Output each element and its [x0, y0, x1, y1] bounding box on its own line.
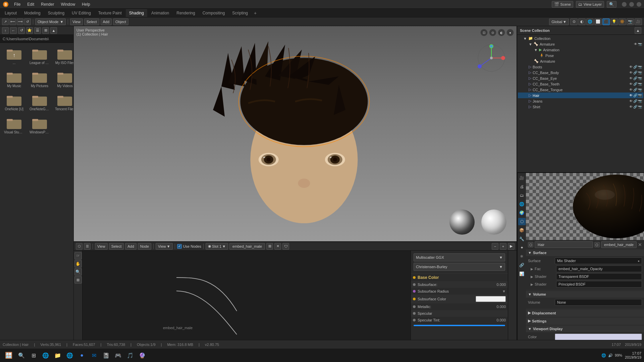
tab-modeling[interactable]: Modeling: [21, 9, 44, 17]
outliner-filter-button[interactable]: ▲: [635, 27, 641, 34]
fb-item-league[interactable]: League of Leg.: [28, 46, 51, 66]
fb-item-up[interactable]: ↑ ...: [3, 46, 25, 66]
hdri-sphere[interactable]: [449, 209, 475, 235]
fb-item-pictures[interactable]: My Pictures: [28, 69, 51, 89]
render-icon[interactable]: 📷: [627, 18, 634, 25]
node-node-button[interactable]: Node: [138, 243, 151, 250]
props-constraints-icon[interactable]: 🔗: [518, 261, 526, 269]
fb-item-videos[interactable]: My Videos: [54, 69, 73, 89]
slot-selector[interactable]: ◉ Slot 1 ▼: [206, 243, 228, 250]
close-button[interactable]: [637, 2, 641, 7]
object-mode-selector[interactable]: Object Mode ▼: [35, 18, 66, 25]
menu-render[interactable]: Render: [40, 1, 55, 7]
tab-compositing[interactable]: Compositing: [199, 9, 228, 17]
toolbar-icon-1[interactable]: ↗: [2, 18, 9, 25]
eye-constraint-icon[interactable]: 🔗: [633, 76, 637, 80]
fb-filter-icon[interactable]: ▲: [50, 27, 57, 34]
props-view-layer-icon[interactable]: 🗂: [518, 192, 526, 199]
props-render-icon[interactable]: 🎥: [518, 174, 526, 182]
add-workspace-button[interactable]: +: [252, 10, 259, 16]
outliner-item-shirt[interactable]: ▷ Shirt 👁 🔗 📷: [518, 104, 643, 110]
props-world-icon[interactable]: 🌍: [518, 209, 526, 217]
fb-grid-icon[interactable]: ⊞: [42, 27, 49, 34]
node-object-selector[interactable]: View ▼: [156, 243, 173, 250]
use-nodes-checkbox[interactable]: ✓ Use Nodes: [177, 244, 201, 249]
shading-icon-3[interactable]: 💡: [610, 18, 618, 25]
mail-icon[interactable]: ✉: [89, 350, 99, 361]
boots-render-icon[interactable]: 📷: [638, 65, 642, 69]
shader-dropdown-multiscatter[interactable]: Multiscatter GGX ▼: [414, 253, 505, 261]
toolbar-icon-3[interactable]: ⟶: [17, 18, 23, 25]
eye-render-icon[interactable]: 📷: [638, 76, 642, 80]
outliner-item-jeans[interactable]: ▷ Jeans 👁 🔗 📷: [518, 98, 643, 104]
node-view-button[interactable]: View: [95, 243, 108, 250]
nav-gizmo[interactable]: [476, 43, 506, 74]
props-output-icon[interactable]: 🖨: [518, 183, 526, 190]
camera-icon[interactable]: 🎥: [635, 18, 642, 25]
vd-color-swatch[interactable]: [555, 334, 642, 340]
fb-item-onenote[interactable]: OneNote [U]: [3, 92, 25, 112]
settings-fold-header[interactable]: ▶ Settings: [526, 317, 644, 324]
view-button[interactable]: View: [70, 18, 83, 25]
flat-sphere[interactable]: [481, 209, 506, 235]
shader2-value[interactable]: Principled BSDF: [556, 281, 642, 288]
music-icon[interactable]: 🎵: [125, 350, 136, 361]
global-selector[interactable]: Global ▼: [549, 18, 569, 25]
edge-icon[interactable]: 🌐: [40, 350, 51, 361]
displacement-fold-header[interactable]: ▶ Displacement: [526, 309, 644, 316]
shading-icon-2[interactable]: ⬛: [602, 18, 610, 25]
overlay-icon-2[interactable]: ◐: [578, 18, 586, 25]
maximize-button[interactable]: [629, 2, 634, 7]
hair-constraint-icon[interactable]: 🔗: [633, 94, 637, 97]
close-material-button[interactable]: ✕: [274, 243, 281, 250]
node-select-button[interactable]: Select: [109, 243, 124, 250]
tab-layout[interactable]: Layout: [1, 9, 20, 17]
outliner-item-armature[interactable]: ▼ 🦴 Armature 👁 📷: [518, 41, 643, 47]
copy-material-button[interactable]: ⊞: [266, 243, 273, 250]
shading-icon-1[interactable]: ⬜: [594, 18, 602, 25]
props-physics-icon[interactable]: ⚛: [518, 253, 526, 260]
tab-uv-editing[interactable]: UV Editing: [68, 9, 94, 17]
toolbar-icon-4[interactable]: ↺: [24, 18, 31, 25]
fb-item-tencent[interactable]: Tencent Files: [54, 92, 73, 112]
armature-render-icon[interactable]: 📷: [638, 42, 642, 46]
select-button[interactable]: Select: [84, 18, 99, 25]
node-select-tool[interactable]: ☞: [74, 252, 82, 259]
file-explorer-icon[interactable]: 📁: [52, 350, 63, 361]
node-zoom-out-button[interactable]: −: [492, 243, 498, 250]
overlay-icon-1[interactable]: ⊙: [570, 18, 578, 25]
outliner-item-armature2[interactable]: 🦴 Armature: [518, 58, 643, 64]
add-button[interactable]: Add: [101, 18, 112, 25]
fb-item-windowspow[interactable]: WindowsPow...: [28, 115, 51, 135]
shading-wire-icon[interactable]: ⊡: [480, 29, 488, 36]
menu-window[interactable]: Window: [59, 1, 76, 7]
blender-taskbar-icon[interactable]: 🔮: [137, 350, 148, 361]
fb-item-iso[interactable]: My ISO Files: [54, 46, 73, 66]
menu-file[interactable]: File: [13, 1, 22, 7]
hair-render-icon[interactable]: 📷: [638, 94, 642, 97]
jeans-constraint-icon[interactable]: 🔗: [633, 99, 637, 103]
volume-value[interactable]: None: [555, 299, 642, 306]
fb-item-vs[interactable]: Visual Studio ...: [3, 115, 25, 135]
props-scene-icon[interactable]: 🌐: [518, 200, 526, 208]
node-crop-tool[interactable]: ⊞: [74, 276, 82, 284]
tongue-render-icon[interactable]: 📷: [638, 88, 642, 92]
outliner-item-body[interactable]: ▷ CC_Base_Body 👁 🔗 📷: [518, 70, 643, 75]
outliner-item-animation[interactable]: ▼ ▶ Animation: [518, 47, 643, 53]
task-view-icon[interactable]: ⊞: [28, 350, 39, 361]
props-data-icon[interactable]: 📊: [518, 270, 526, 278]
body-vis-icon[interactable]: 👁: [629, 71, 633, 74]
shading-material-icon[interactable]: ◐: [498, 29, 505, 36]
viewport-display-fold-header[interactable]: ▼ Viewport Display: [526, 325, 644, 332]
chrome-icon[interactable]: ●: [76, 350, 87, 361]
menu-help[interactable]: Help: [80, 1, 92, 7]
teeth-render-icon[interactable]: 📷: [638, 82, 642, 86]
outliner-item-hair[interactable]: ▷ Hair 👁 🔗 📷: [518, 93, 643, 98]
object-button[interactable]: Object: [113, 18, 128, 25]
node-zoom-tool[interactable]: 🔍: [74, 268, 82, 276]
mat-hair-button[interactable]: Hair: [535, 241, 593, 248]
shirt-vis-icon[interactable]: 👁: [629, 105, 633, 109]
node-side-panel-toggle[interactable]: ▶: [508, 243, 515, 250]
shader1-value[interactable]: Transparent BSDF: [556, 273, 642, 280]
shading-render-icon[interactable]: ●: [506, 29, 514, 36]
